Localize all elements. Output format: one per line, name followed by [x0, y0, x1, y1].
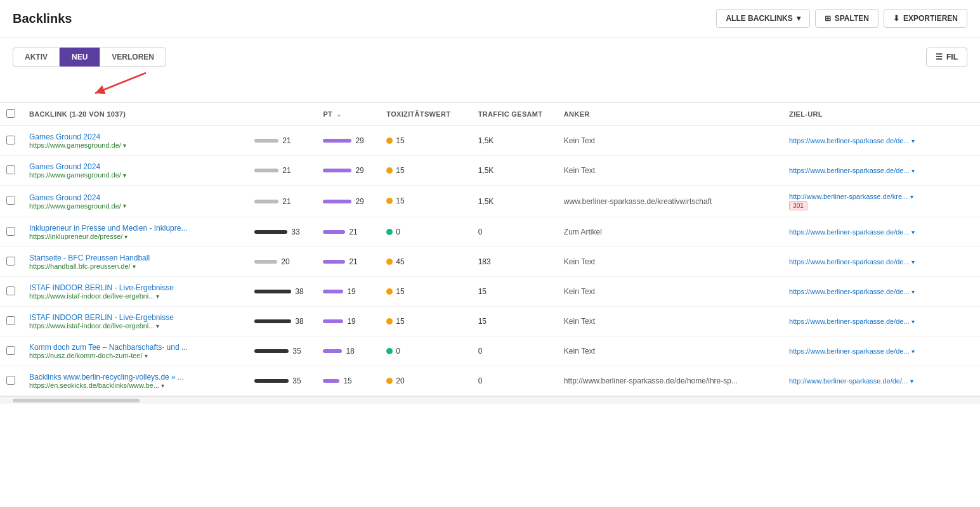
ziel-url-dropdown-icon[interactable]: ▾ — [911, 138, 915, 144]
backlink-url[interactable]: https://en.seokicks.de/backlinks/www.be.… — [29, 382, 159, 389]
backlink-name[interactable]: Backlinks www.berlin-recycling-volleys.d… — [29, 373, 242, 382]
backlink-url[interactable]: https://www.istaf-indoor.de/live-ergebni… — [29, 292, 154, 300]
scrollbar-thumb[interactable] — [13, 399, 140, 402]
backlink-name[interactable]: Games Ground 2024 — [29, 162, 242, 171]
pt-bar-container: 19 — [323, 317, 374, 326]
ziel-url-dropdown-icon[interactable]: ▾ — [911, 348, 915, 355]
backlink-url-dropdown-icon[interactable]: ▾ — [123, 172, 126, 179]
pt-bar — [323, 349, 342, 353]
toxicity-dot — [386, 348, 393, 354]
ziel-url-value[interactable]: http://www.berliner-sparkasse.de/de/... — [789, 377, 908, 385]
toxicity-value: 0 — [396, 228, 400, 236]
exportieren-button[interactable]: ⬇ EXPORTIEREN — [884, 9, 967, 28]
ziel-url-dropdown-icon[interactable]: ▾ — [911, 167, 915, 174]
row-checkbox[interactable] — [6, 196, 15, 205]
backlink-url[interactable]: https://nusz.de/komm-doch-zum-tee/ — [29, 352, 143, 359]
dr-bar-container: 20 — [254, 257, 310, 266]
row-checkbox[interactable] — [6, 286, 15, 295]
ziel-url-value[interactable]: https://www.berliner-sparkasse.de/de... — [789, 347, 910, 355]
anker-value: www.berliner-sparkasse.de/kreativwirtsch… — [564, 197, 712, 206]
backlink-url-dropdown-icon[interactable]: ▾ — [156, 293, 159, 300]
backlink-url[interactable]: https://www.gamesground.de/ — [29, 141, 121, 149]
exportieren-label: EXPORTIEREN — [903, 14, 958, 23]
ziel-url-cell: https://www.berliner-sparkasse.de/de... … — [783, 247, 980, 277]
backlink-url-dropdown-icon[interactable]: ▾ — [161, 382, 164, 389]
backlink-cell: Backlinks www.berlin-recycling-volleys.d… — [23, 366, 248, 396]
backlink-url-dropdown-icon[interactable]: ▾ — [156, 323, 159, 330]
spalten-button[interactable]: ⊞ SPALTEN — [815, 9, 879, 28]
filter-button[interactable]: ☰ FIL — [926, 48, 967, 67]
dr-cell: 20 — [248, 247, 317, 277]
backlink-cell: Startseite - BFC Preussen Handball https… — [23, 247, 248, 277]
traffic-cell: 1,5K — [472, 126, 558, 156]
anker-value: Kein Text — [564, 136, 595, 145]
anker-value: http://www.berliner-sparkasse.de/de/home… — [564, 376, 738, 385]
ziel-url-dropdown-icon[interactable]: ▾ — [911, 288, 915, 295]
ziel-url-dropdown-icon[interactable]: ▾ — [910, 193, 913, 200]
page-title: Backlinks — [13, 11, 72, 26]
arrow-annotation — [0, 67, 980, 99]
backlink-url[interactable]: https://www.gamesground.de/ — [29, 171, 121, 179]
toxicity-badge: 15 — [386, 136, 404, 145]
backlink-url-dropdown-icon[interactable]: ▾ — [124, 233, 127, 240]
toxicity-value: 15 — [396, 196, 404, 205]
tab-aktiv[interactable]: AKTIV — [13, 48, 60, 67]
tab-neu[interactable]: NEU — [60, 48, 100, 67]
row-checkbox[interactable] — [6, 257, 15, 266]
backlink-name[interactable]: Komm doch zum Tee – Nachbarschafts- und … — [29, 343, 242, 352]
ziel-url-cell: https://www.berliner-sparkasse.de/de... … — [783, 337, 980, 366]
tab-verloren[interactable]: VERLOREN — [100, 48, 166, 67]
backlink-url[interactable]: https://handball.bfc-preussen.de/ — [29, 262, 131, 270]
backlink-url[interactable]: https://www.istaf-indoor.de/live-ergebni… — [29, 322, 154, 330]
dr-bar — [254, 260, 277, 264]
toxicity-dot — [386, 138, 393, 144]
alle-backlinks-button[interactable]: ALLE BACKLINKS ▾ — [716, 9, 809, 28]
pt-value: 19 — [347, 287, 355, 296]
row-checkbox[interactable] — [6, 227, 15, 236]
ziel-url-value[interactable]: https://www.berliner-sparkasse.de/de... — [789, 228, 910, 236]
toxicity-badge: 15 — [386, 166, 404, 175]
backlink-url[interactable]: https://www.gamesground.de/ — [29, 202, 121, 210]
ziel-url-dropdown-icon[interactable]: ▾ — [911, 259, 915, 266]
ziel-url-dropdown-icon[interactable]: ▾ — [911, 318, 915, 325]
ziel-url-value[interactable]: http://www.berliner-sparkasse.de/kre... — [789, 193, 908, 200]
ziel-url-value[interactable]: https://www.berliner-sparkasse.de/de... — [789, 318, 910, 325]
row-checkbox[interactable] — [6, 165, 15, 174]
ziel-url-dropdown-icon[interactable]: ▾ — [910, 378, 913, 385]
ziel-url-dropdown-icon[interactable]: ▾ — [911, 229, 915, 236]
backlink-url-dropdown-icon[interactable]: ▾ — [123, 142, 126, 149]
pt-bar-container: 21 — [323, 228, 374, 236]
dr-bar — [254, 319, 291, 323]
pt-bar — [323, 230, 345, 234]
backlink-name[interactable]: Startseite - BFC Preussen Handball — [29, 254, 242, 262]
toxicity-value: 15 — [396, 166, 404, 175]
row-checkbox[interactable] — [6, 136, 15, 144]
anker-cell: Kein Text — [558, 307, 783, 337]
ziel-url-value[interactable]: https://www.berliner-sparkasse.de/de... — [789, 137, 910, 144]
table-row: ISTAF INDOOR BERLIN - Live-Ergebnisse ht… — [0, 307, 980, 337]
backlink-name[interactable]: Games Ground 2024 — [29, 132, 242, 141]
backlink-name[interactable]: ISTAF INDOOR BERLIN - Live-Ergebnisse — [29, 283, 242, 292]
backlink-url-dropdown-icon[interactable]: ▾ — [133, 263, 136, 270]
row-checkbox[interactable] — [6, 316, 15, 325]
row-checkbox[interactable] — [6, 376, 15, 385]
backlink-url-dropdown-icon[interactable]: ▾ — [145, 352, 148, 359]
traffic-column-header: TRAFFIC GESAMT — [472, 103, 558, 126]
pt-column-header[interactable]: PT ⌄ — [317, 103, 380, 126]
backlink-url[interactable]: https://inklupreneur.de/presse/ — [29, 233, 122, 240]
dr-value: 21 — [282, 136, 291, 145]
backlink-column-header: BACKLINK (1-20 VON 1037) — [23, 103, 248, 126]
backlink-url-dropdown-icon[interactable]: ▾ — [123, 202, 126, 209]
backlink-name[interactable]: Inklupreneur in Presse und Medien - Inkl… — [29, 224, 242, 233]
ziel-url-value[interactable]: https://www.berliner-sparkasse.de/de... — [789, 288, 910, 295]
chevron-down-icon: ▾ — [797, 14, 800, 23]
ziel-url-value[interactable]: https://www.berliner-sparkasse.de/de... — [789, 167, 910, 174]
backlink-name[interactable]: Games Ground 2024 — [29, 193, 242, 202]
select-all-checkbox[interactable] — [6, 109, 15, 118]
toxicity-dot — [386, 259, 393, 265]
backlink-name[interactable]: ISTAF INDOOR BERLIN - Live-Ergebnisse — [29, 313, 242, 322]
tab-group: AKTIV NEU VERLOREN — [13, 48, 166, 67]
ziel-url-value[interactable]: https://www.berliner-sparkasse.de/de... — [789, 258, 910, 266]
row-checkbox[interactable] — [6, 346, 15, 355]
traffic-value: 1,5K — [478, 166, 494, 175]
